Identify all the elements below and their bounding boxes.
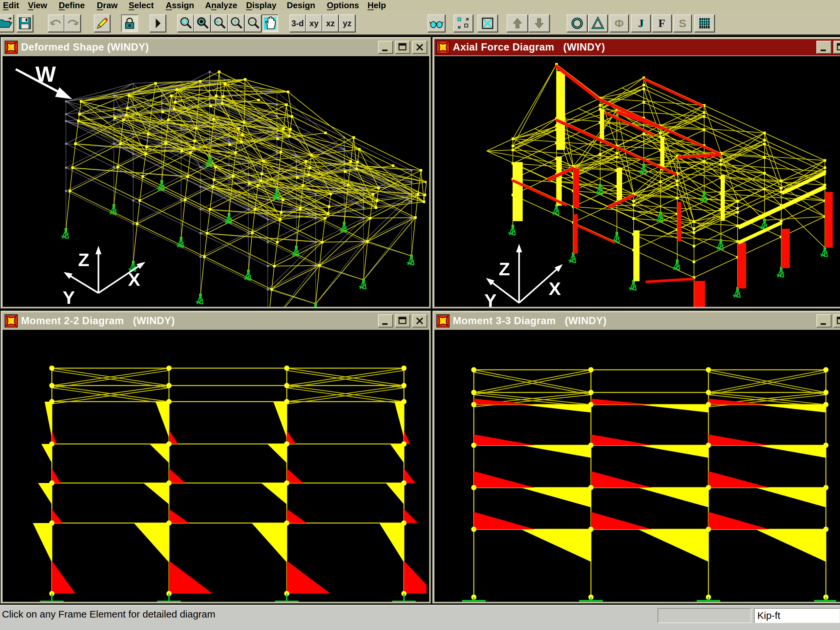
svg-text:X: X <box>549 278 561 299</box>
svg-text:Z: Z <box>499 259 510 279</box>
svg-text:X: X <box>128 269 140 290</box>
svg-text:Z: Z <box>78 249 89 270</box>
svg-text:Y: Y <box>63 287 75 307</box>
svg-text:Y: Y <box>484 290 496 307</box>
svg-text:W: W <box>35 62 56 86</box>
